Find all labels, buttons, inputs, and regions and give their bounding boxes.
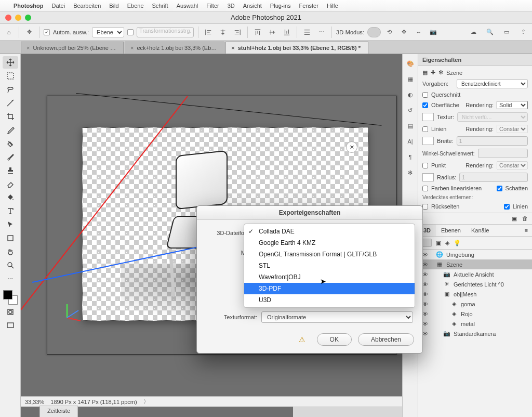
panel-menu-icon[interactable]: ≡ — [521, 225, 532, 236]
bucket-tool[interactable] — [3, 191, 18, 204]
channels-panel-tab[interactable]: Kanäle — [466, 225, 494, 236]
3d-axis-gizmo[interactable] — [63, 301, 84, 323]
visibility-icon[interactable]: 👁 — [422, 331, 430, 337]
format-option[interactable]: 3D-PDF — [244, 283, 415, 294]
scene-tree-item[interactable]: 👁📷Standardkamera — [418, 329, 532, 338]
visibility-icon[interactable]: 👁 — [422, 301, 430, 307]
menu-layer[interactable]: Ebene — [127, 3, 144, 9]
document-tab[interactable]: ×Unknown.pdf bei 25% (Ebene … — [21, 42, 124, 54]
history-panel-icon[interactable]: ↺ — [405, 105, 416, 115]
distribute-icon[interactable] — [301, 27, 313, 38]
eraser-tool[interactable] — [3, 178, 18, 190]
menu-app[interactable]: Photoshop — [14, 3, 43, 9]
mac-menubar[interactable]: Photoshop Datei Bearbeiten Bild Ebene Sc… — [0, 0, 532, 11]
quickmask-icon[interactable] — [3, 306, 18, 318]
crop-tool[interactable] — [3, 110, 18, 123]
doc-info[interactable]: 1890 Px x 1417 Px (118,11 ppcm) — [50, 399, 137, 405]
menu-3d[interactable]: 3D — [228, 3, 235, 9]
3d-light-widget[interactable]: ☀ — [346, 141, 357, 153]
visibility-icon[interactable]: 👁 — [422, 252, 430, 258]
menu-file[interactable]: Datei — [51, 3, 65, 9]
menu-plugins[interactable]: Plug-ins — [270, 3, 291, 9]
more-align-icon[interactable]: ⋯ — [316, 27, 327, 38]
wand-tool[interactable] — [3, 97, 18, 109]
share-icon[interactable]: ⇪ — [517, 27, 529, 38]
align-bottom-icon[interactable] — [281, 27, 292, 38]
marquee-tool[interactable] — [3, 70, 18, 82]
format-option[interactable]: Google Earth 4 KMZ — [244, 237, 415, 249]
line-color-swatch[interactable] — [422, 137, 434, 145]
type-tool[interactable] — [3, 205, 18, 217]
auto-select-mode[interactable]: Ebene — [92, 27, 124, 37]
3d-orbit-button[interactable] — [367, 27, 381, 37]
visibility-icon[interactable]: 👁 — [422, 311, 430, 317]
format-option[interactable]: Wavefront|OBJ — [244, 271, 415, 283]
move-tool[interactable] — [3, 56, 18, 69]
home-icon[interactable]: ⌂ — [3, 27, 15, 38]
render-icon[interactable]: ✻ — [438, 69, 443, 76]
align-center-h-icon[interactable] — [217, 27, 229, 38]
timeline-panel-tab[interactable]: Zeitleiste — [39, 406, 78, 417]
color-panel-icon[interactable]: 🎨 — [405, 58, 416, 69]
menu-view[interactable]: Ansicht — [243, 3, 262, 9]
hand-tool[interactable] — [3, 245, 18, 258]
new-icon[interactable]: ✚ — [431, 69, 435, 76]
document-tab[interactable]: ×eck+holz 1.obj bei 33,3% (Eb… — [125, 42, 224, 54]
format-dropdown[interactable]: Collada DAEGoogle Earth 4 KMZOpenGL Tran… — [244, 224, 415, 308]
scene-tree-item[interactable]: 👁▣obj|Mesh — [418, 289, 532, 299]
visibility-icon[interactable]: 👁 — [422, 271, 430, 278]
menu-image[interactable]: Bild — [109, 3, 118, 9]
status-chevron-icon[interactable]: 〉 — [143, 398, 149, 406]
surface-render-select[interactable]: Solid — [497, 101, 528, 109]
render-icon[interactable]: ▣ — [512, 215, 517, 222]
scene-tree-item[interactable]: 👁📷Aktuelle Ansicht — [418, 269, 532, 279]
zoom-level[interactable]: 33,33% — [25, 399, 44, 405]
shape-tool[interactable] — [3, 232, 18, 244]
point-color-swatch[interactable] — [422, 173, 434, 181]
search-icon[interactable]: 🔍 — [484, 27, 496, 38]
edit-toolbar-icon[interactable]: ⋯ — [3, 272, 18, 285]
3d-camera-icon[interactable]: 📷 — [428, 27, 439, 38]
punkt-checkbox[interactable] — [422, 163, 428, 168]
querschnitt-checkbox[interactable] — [422, 92, 428, 98]
format-option[interactable]: OpenGL Transmission Format | GLTF/GLB — [244, 249, 415, 260]
linien-checkbox[interactable] — [422, 126, 428, 132]
close-tab-icon[interactable]: × — [130, 45, 134, 51]
filter-mesh-icon[interactable]: ▣ — [436, 240, 441, 246]
filter-scene-icon[interactable] — [422, 239, 432, 247]
oberflache-checkbox[interactable] — [422, 102, 428, 108]
3d-pan-icon[interactable]: ✥ — [398, 27, 410, 38]
heal-tool[interactable] — [3, 137, 18, 150]
filter-light-icon[interactable]: 💡 — [454, 240, 461, 246]
menu-help[interactable]: Hilfe — [327, 3, 338, 9]
swatches-panel-icon[interactable]: ▦ — [405, 74, 416, 84]
format-option[interactable]: Collada DAE — [244, 226, 415, 237]
lasso-tool[interactable] — [3, 83, 18, 96]
3d-slide-icon[interactable]: ↔ — [413, 27, 424, 38]
linearize-checkbox[interactable] — [422, 186, 428, 191]
align-top-icon[interactable] — [252, 27, 263, 38]
close-tab-icon[interactable]: × — [231, 45, 234, 51]
filter-material-icon[interactable]: ◈ — [445, 240, 449, 246]
scene-tree-item[interactable]: 👁◈goma — [418, 299, 532, 309]
brush-tool[interactable] — [3, 151, 18, 163]
align-right-icon[interactable] — [232, 27, 243, 38]
visibility-icon[interactable]: 👁 — [422, 321, 430, 327]
auto-select-checkbox[interactable]: ✓ — [44, 29, 50, 35]
close-tab-icon[interactable]: × — [26, 45, 30, 51]
visibility-icon[interactable]: 👁 — [422, 262, 430, 268]
eyedropper-tool[interactable] — [3, 124, 18, 136]
visibility-icon[interactable]: 👁 — [422, 281, 430, 288]
adjust-panel-icon[interactable]: ◐ — [405, 89, 416, 100]
scene-tree-item[interactable]: 👁🌐Umgebung — [418, 250, 532, 259]
menu-select[interactable]: Auswahl — [177, 3, 198, 9]
scene-tree-item[interactable]: 👁▦Szene — [418, 259, 532, 269]
ok-button[interactable]: OK — [317, 333, 352, 346]
workspace-icon[interactable]: ▭ — [501, 27, 512, 38]
menu-edit[interactable]: Bearbeiten — [73, 3, 101, 9]
schatten-checkbox[interactable] — [497, 186, 502, 191]
scene-tree-item[interactable]: 👁◈Rojo — [418, 309, 532, 319]
preset-select[interactable]: Benutzerdefiniert — [457, 79, 528, 88]
paragraph-panel-icon[interactable]: ¶ — [405, 152, 416, 162]
scene-tree-item[interactable]: 👁☀Gerichtetes Licht ^0 — [418, 279, 532, 289]
